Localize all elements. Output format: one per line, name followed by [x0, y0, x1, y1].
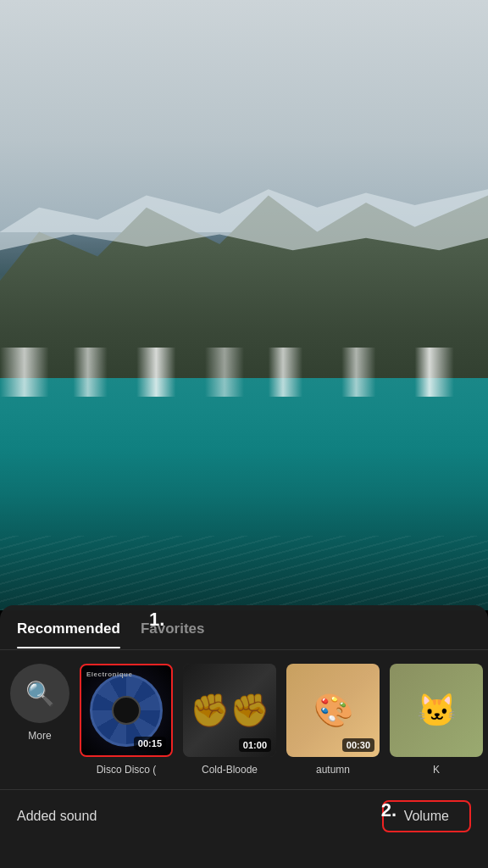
background-video — [0, 0, 488, 610]
track-duration-autumn: 00:30 — [342, 738, 374, 752]
action-row: Added sound Volume — [0, 789, 488, 843]
tabs-row: Recommended Favorites — [0, 605, 488, 650]
album-art-cold: ✊✊ 01:00 — [183, 664, 276, 757]
track-item-cold[interactable]: ✊✊ 01:00 Cold-Bloode — [183, 664, 276, 776]
track-thumbnail-cold: ✊✊ 01:00 — [183, 664, 276, 757]
step-annotation-1: 1. — [149, 609, 164, 631]
track-duration-cold: 01:00 — [239, 738, 271, 752]
added-sound-button[interactable]: Added sound — [17, 809, 97, 824]
track-item-disco[interactable]: Electronique 00:15 Disco Disco ( — [80, 664, 173, 776]
track-title-autumn: autumn — [316, 764, 350, 776]
sound-picker-panel: Recommended Favorites 🔍 More Electroniqu… — [0, 605, 488, 868]
music-tracks-row: 🔍 More Electronique 00:15 Disco Disco ( … — [0, 650, 488, 789]
track-title-cold: Cold-Bloode — [202, 764, 258, 776]
search-button[interactable]: 🔍 — [10, 664, 69, 723]
step-annotation-2: 2. — [381, 799, 396, 821]
track-item-cat[interactable]: 🐱 K — [390, 664, 483, 776]
track-thumbnail-autumn: 🎨 00:30 — [286, 664, 380, 757]
track-title-cat: K — [433, 764, 440, 776]
tab-recommended[interactable]: Recommended — [17, 620, 120, 643]
track-duration-disco: 00:15 — [134, 737, 166, 750]
track-item-autumn[interactable]: 🎨 00:30 autumn — [286, 664, 380, 776]
album-art-cat: 🐱 — [390, 664, 483, 757]
search-icon: 🔍 — [25, 680, 55, 708]
track-thumbnail-disco: Electronique 00:15 — [80, 664, 173, 757]
search-label: More — [28, 730, 51, 742]
search-more-item[interactable]: 🔍 More — [10, 664, 69, 742]
album-art-disco: Electronique 00:15 — [81, 665, 171, 755]
track-thumbnail-cat: 🐱 — [390, 664, 483, 757]
album-art-autumn: 🎨 00:30 — [286, 664, 380, 757]
track-title-disco: Disco Disco ( — [97, 764, 157, 776]
